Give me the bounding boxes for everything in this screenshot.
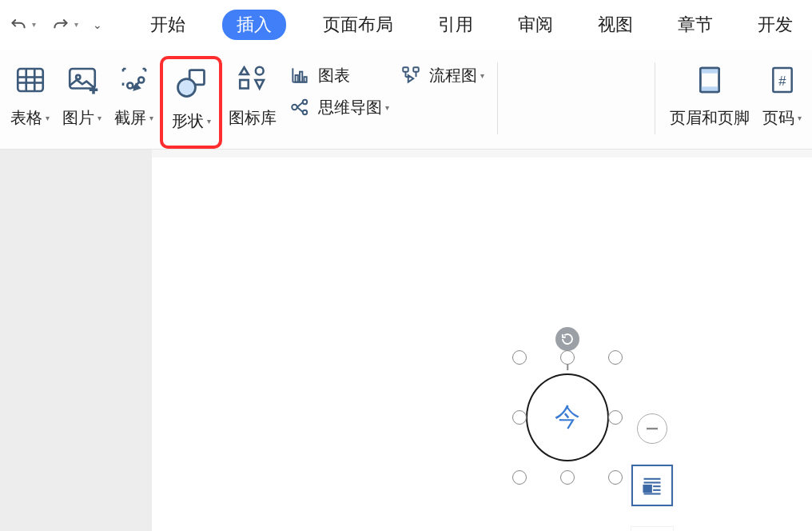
tab-view[interactable]: 视图: [590, 10, 641, 40]
dropdown-caret-icon: ▾: [98, 114, 102, 122]
ellipse-shape[interactable]: 今: [526, 373, 609, 461]
svg-point-6: [76, 75, 80, 79]
resize-handle-br[interactable]: [608, 470, 623, 485]
collapse-toolbar-button[interactable]: [637, 413, 667, 444]
shape-fill-button[interactable]: [631, 527, 673, 531]
redo-button[interactable]: ▾: [50, 14, 78, 35]
tab-start[interactable]: 开始: [142, 10, 193, 40]
insert-flowchart-button[interactable]: 流程图 ▾: [394, 59, 489, 91]
resize-handle-ml[interactable]: [512, 410, 527, 425]
ribbon-separator: [497, 62, 498, 134]
svg-line-24: [297, 107, 303, 112]
resize-handle-bl[interactable]: [512, 470, 527, 485]
dropdown-caret-icon: ▾: [74, 20, 78, 29]
svg-rect-26: [413, 67, 419, 71]
resize-handle-tr[interactable]: [608, 350, 623, 365]
minus-icon: [641, 417, 663, 440]
dropdown-caret-icon: ▾: [149, 114, 153, 122]
chart-label: 图表: [318, 65, 350, 86]
insert-header-footer-button[interactable]: 页眉和页脚: [663, 56, 756, 149]
iconlib-icon: [236, 63, 269, 97]
rotate-icon: [560, 332, 575, 346]
insert-chart-button[interactable]: 图表: [283, 59, 394, 91]
dropdown-caret-icon: ▾: [798, 114, 802, 122]
insert-page-number-button[interactable]: # 页码▾: [756, 56, 808, 149]
svg-point-10: [138, 78, 144, 83]
document-area: 今 ▾: [0, 150, 812, 531]
document-page[interactable]: 今 ▾: [152, 158, 812, 531]
header-footer-icon: [694, 64, 726, 96]
dropdown-caret-icon: ▾: [207, 117, 211, 126]
svg-rect-0: [18, 69, 43, 91]
ribbon: 表格▾ 图片▾ 截屏▾ 形状▾ 图标库 图表: [0, 50, 812, 150]
shape-text: 今: [555, 400, 580, 435]
svg-rect-18: [300, 72, 302, 82]
insert-screenshot-button[interactable]: 截屏▾: [108, 56, 160, 149]
ribbon-separator: [655, 62, 655, 134]
flowchart-label: 流程图: [429, 65, 477, 86]
insert-table-button[interactable]: 表格▾: [4, 56, 56, 149]
svg-point-12: [178, 79, 196, 97]
shapes-label: 形状: [172, 110, 204, 132]
text-wrap-icon: [641, 474, 663, 497]
svg-point-20: [292, 105, 297, 110]
quick-access-toolbar: ▾ ▾ ⌄: [8, 14, 102, 35]
picture-label: 图片: [62, 107, 94, 129]
menu-tabs-bar: ▾ ▾ ⌄ 开始 插入 页面布局 引用 审阅 视图 章节 开发: [0, 0, 812, 50]
resize-handle-bc[interactable]: [560, 470, 575, 485]
selected-shape[interactable]: 今: [519, 357, 615, 477]
table-label: 表格: [10, 107, 42, 129]
insert-picture-button[interactable]: 图片▾: [56, 56, 108, 149]
shape-floating-toolbar: A: [631, 413, 673, 531]
resize-handle-tl[interactable]: [512, 350, 527, 365]
svg-rect-14: [240, 80, 249, 89]
tab-insert[interactable]: 插入: [222, 10, 286, 40]
flowchart-icon: [400, 65, 421, 86]
table-icon: [14, 63, 47, 97]
svg-rect-25: [403, 67, 408, 71]
header-footer-label: 页眉和页脚: [670, 107, 750, 129]
layout-options-button[interactable]: [631, 465, 673, 506]
iconlib-label: 图标库: [229, 107, 277, 129]
svg-text:#: #: [778, 74, 786, 89]
insert-mindmap-button[interactable]: 思维导图 ▾: [283, 91, 394, 123]
page-number-icon: #: [766, 64, 798, 96]
dropdown-caret-icon: ▾: [480, 71, 484, 80]
svg-point-22: [303, 110, 307, 114]
redo-icon: [50, 14, 71, 35]
tab-developer[interactable]: 开发: [750, 10, 801, 40]
dropdown-caret-icon: ▾: [46, 114, 50, 122]
tab-references[interactable]: 引用: [430, 10, 481, 40]
insert-iconlib-button[interactable]: 图标库: [222, 56, 283, 149]
tab-chapters[interactable]: 章节: [670, 10, 721, 40]
svg-point-21: [303, 100, 307, 104]
tab-page-layout[interactable]: 页面布局: [315, 10, 401, 40]
svg-point-9: [127, 83, 133, 89]
left-gutter: [0, 150, 152, 531]
mindmap-icon: [289, 97, 310, 118]
ribbon-tabs: 开始 插入 页面布局 引用 审阅 视图 章节 开发: [142, 10, 801, 40]
insert-shapes-button[interactable]: 形状▾: [166, 62, 216, 132]
rotate-handle[interactable]: [555, 327, 579, 351]
dropdown-caret-icon: ▾: [385, 103, 389, 112]
picture-icon: [66, 63, 99, 97]
tab-review[interactable]: 审阅: [510, 10, 561, 40]
shapes-icon: [173, 66, 209, 101]
resize-handle-mr[interactable]: [608, 410, 623, 425]
customize-caret-icon: ⌄: [93, 18, 102, 31]
svg-rect-42: [644, 485, 651, 492]
chart-icon: [289, 65, 310, 86]
screenshot-label: 截屏: [114, 107, 146, 129]
svg-rect-19: [304, 77, 306, 82]
page-number-label: 页码: [762, 107, 794, 129]
screenshot-icon: [117, 63, 151, 97]
undo-icon: [8, 14, 29, 35]
resize-handle-tc[interactable]: [560, 350, 575, 365]
svg-rect-17: [296, 75, 298, 82]
mindmap-label: 思维导图: [318, 97, 382, 118]
svg-point-13: [256, 67, 264, 75]
shapes-highlight-box: 形状▾: [160, 56, 222, 149]
dropdown-caret-icon: ▾: [32, 20, 36, 29]
undo-button[interactable]: ▾: [8, 14, 36, 35]
customize-qat-button[interactable]: ⌄: [93, 18, 102, 31]
